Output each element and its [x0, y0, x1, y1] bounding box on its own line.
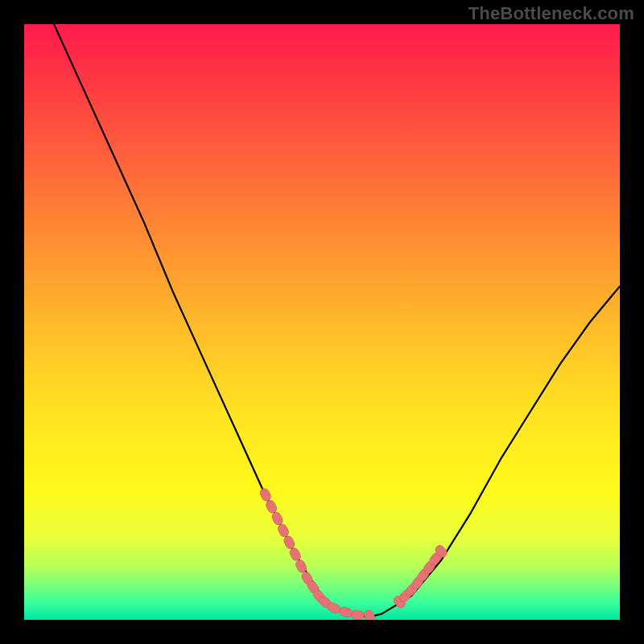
chart-frame: TheBottleneck.com: [0, 0, 644, 644]
marker-pill: [338, 606, 353, 618]
chart-svg: [24, 24, 620, 620]
marker-pill: [363, 609, 377, 620]
attribution-text: TheBottleneck.com: [469, 3, 634, 24]
marker-pill: [351, 609, 365, 620]
markers-right-cluster: [392, 543, 449, 609]
bottleneck-curve: [54, 24, 620, 617]
marker-pill: [270, 511, 284, 526]
markers-left-cluster: [258, 487, 377, 620]
marker-pill: [283, 535, 296, 550]
plot-area: [24, 24, 620, 620]
curve-layer: [54, 24, 620, 617]
marker-pill: [265, 499, 279, 514]
marker-pill: [276, 522, 290, 538]
